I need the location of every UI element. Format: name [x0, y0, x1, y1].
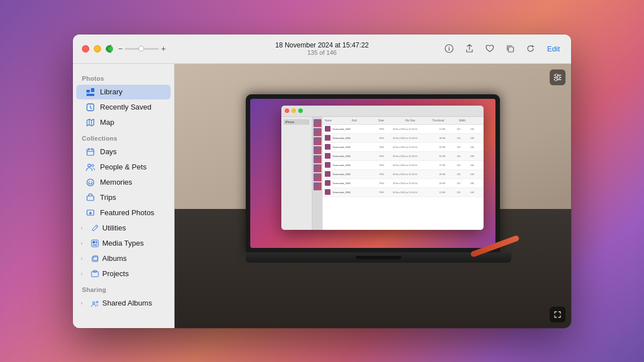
svg-point-32 [97, 301, 98, 303]
row-thumb [325, 189, 330, 195]
zoom-track[interactable] [125, 48, 159, 50]
image-capture-window: iPhone [281, 106, 484, 230]
row-thumb [325, 180, 330, 186]
projects-icon [90, 269, 100, 279]
svg-rect-26 [93, 245, 97, 246]
titlebar-left-controls: − + [101, 41, 166, 56]
thumb-5 [314, 155, 321, 163]
svg-rect-7 [86, 94, 94, 96]
sidebar-item-albums[interactable]: › Albums [76, 251, 171, 266]
zoom-minus-icon[interactable]: − [118, 44, 123, 53]
sidebar-item-projects[interactable]: › Projects [76, 267, 171, 281]
col-kind: Kind [352, 119, 375, 122]
row-thumb [325, 162, 330, 168]
map-label: Map [100, 118, 114, 127]
list-item: Screenshot_2024PNG18 Nov 2024 at 15:53:5… [323, 161, 484, 170]
thumb-2 [314, 128, 321, 136]
sidebar-item-days[interactable]: Days [76, 145, 171, 159]
fullscreen-toggle-button[interactable] [550, 307, 565, 322]
photos-section-label: Photos [73, 71, 174, 84]
svg-rect-28 [93, 256, 98, 260]
sidebar-item-memories[interactable]: Memories [76, 175, 171, 190]
sharing-section-label: Sharing [73, 282, 174, 295]
featured-photos-icon [85, 208, 95, 218]
row-thumb [325, 153, 330, 159]
laptop-desktop: iPhone [250, 99, 495, 248]
close-button[interactable] [82, 45, 89, 53]
photo-count: 135 of 146 [307, 49, 337, 56]
list-item: Screenshot_2024PNG18 Nov 2024 at 15:53:5… [323, 170, 484, 179]
row-thumb [325, 171, 330, 177]
titlebar-center: 18 November 2024 at 15:47:22 135 of 146 [275, 41, 368, 56]
cap-close [285, 108, 289, 113]
sidebar-item-featured-photos[interactable]: Featured Photos [76, 206, 171, 220]
thumb-7 [314, 173, 321, 181]
shared-albums-label: Shared Albums [102, 299, 152, 307]
app-window: − + 18 November 2024 at 15:47:22 135 of … [73, 34, 571, 328]
row-thumb [325, 135, 330, 141]
sidebar-item-map[interactable]: Map [76, 115, 171, 130]
sidebar-item-utilities[interactable]: › Utilities [76, 221, 171, 235]
list-item: Screenshot_2024PNG18 Nov 2024 at 15:53:5… [323, 152, 484, 161]
capture-body: iPhone [281, 117, 484, 230]
sidebar-item-trips[interactable]: Trips [76, 190, 171, 205]
rotate-button[interactable] [523, 41, 538, 56]
copy-button[interactable] [502, 41, 518, 56]
thumb-1 [314, 119, 321, 127]
recently-saved-label: Recently Saved [100, 103, 151, 111]
col-size: File Size [406, 119, 428, 122]
col-date: Date [378, 119, 401, 122]
utilities-label: Utilities [102, 224, 126, 232]
row-thumb [325, 144, 330, 150]
laptop-screen-outer: iPhone [246, 94, 500, 252]
media-types-expand-arrow: › [81, 241, 88, 246]
laptop-photo: iPhone [175, 64, 571, 328]
sidebar-item-recently-saved[interactable]: Recently Saved [76, 100, 171, 115]
albums-expand-arrow: › [81, 256, 88, 261]
svg-point-16 [92, 164, 94, 167]
share-button[interactable] [462, 41, 477, 56]
thumb-6 [314, 164, 321, 172]
sidebar-item-people-pets[interactable]: People & Pets [76, 160, 171, 175]
svg-rect-22 [92, 240, 98, 247]
shared-albums-icon [90, 298, 100, 308]
svg-rect-23 [93, 241, 95, 243]
svg-rect-20 [87, 196, 94, 200]
albums-label: Albums [102, 254, 127, 263]
thumb-3 [314, 137, 321, 145]
map-icon [85, 117, 95, 128]
zoom-slider[interactable]: − + [118, 44, 166, 53]
svg-point-36 [558, 76, 560, 78]
svg-rect-11 [87, 149, 94, 155]
featured-photos-label: Featured Photos [100, 208, 154, 217]
library-label: Library [100, 88, 123, 96]
utilities-expand-arrow: › [81, 225, 88, 231]
sidebar-item-media-types[interactable]: › Media Types [76, 236, 171, 251]
albums-icon [90, 254, 100, 264]
svg-point-15 [88, 164, 91, 167]
adjust-button[interactable] [550, 69, 565, 85]
capture-list: Name Kind Date File Size Thumbnail Width [323, 117, 484, 230]
zoom-thumb[interactable] [138, 46, 144, 51]
sidebar-item-library[interactable]: Library [76, 85, 171, 99]
info-button[interactable] [441, 41, 457, 56]
col-w: Thumbnail [432, 119, 455, 122]
memories-icon [85, 177, 95, 187]
back-button[interactable] [101, 41, 116, 56]
media-types-label: Media Types [102, 239, 143, 247]
list-item: Screenshot_2024PNG18 Nov 2024 at 15:53:5… [323, 143, 484, 152]
edit-button[interactable]: Edit [543, 42, 564, 55]
zoom-plus-icon[interactable]: + [161, 44, 166, 53]
sidebar: Photos Library R [73, 64, 175, 328]
list-item: Screenshot_2024PNG18 Nov 2024 at 15:53:5… [323, 188, 484, 197]
laptop-wrapper: iPhone [175, 75, 571, 283]
favorite-button[interactable] [482, 41, 498, 56]
main-content: Photos Library R [73, 64, 571, 328]
capture-titlebar [281, 106, 484, 117]
titlebar-right-controls: Edit [441, 41, 564, 56]
capture-thumbnails [312, 117, 323, 230]
sidebar-item-shared-albums[interactable]: › Shared Albums [76, 296, 171, 311]
capture-list-rows: Screenshot_2024PNG18 Nov 2024 at 15:53:5… [323, 125, 484, 197]
row-thumb [325, 126, 330, 132]
minimize-button[interactable] [94, 45, 101, 53]
